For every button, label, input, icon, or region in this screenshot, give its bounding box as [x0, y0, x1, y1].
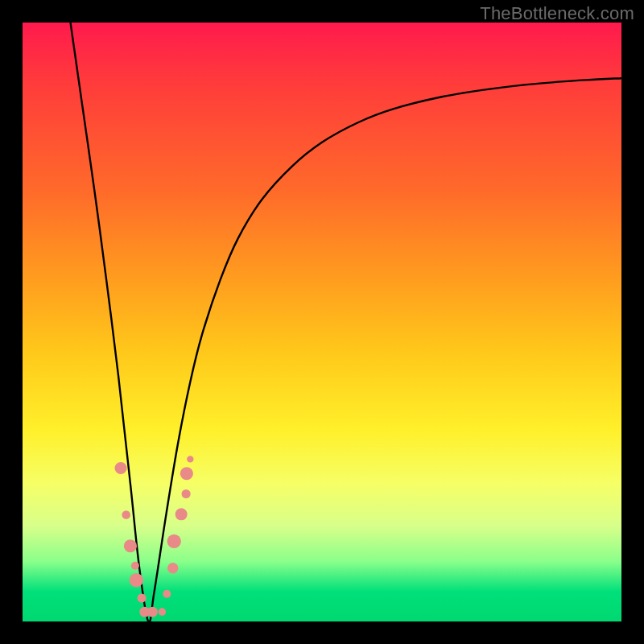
- marker-point: [163, 590, 171, 598]
- marker-point: [122, 510, 130, 519]
- marker-point: [187, 456, 193, 462]
- bottleneck-curve-path: [71, 23, 621, 621]
- marker-point: [137, 593, 146, 602]
- marker-point: [167, 563, 178, 573]
- marker-point: [130, 573, 143, 587]
- marker-point: [159, 608, 166, 615]
- marker-point: [167, 535, 181, 548]
- marker-point: [180, 467, 193, 480]
- marker-point: [175, 508, 188, 520]
- marker-point: [131, 562, 139, 570]
- chart-frame: TheBottleneck.com: [0, 0, 644, 644]
- marker-point: [182, 489, 191, 498]
- marker-point: [114, 462, 126, 474]
- marker-point: [124, 539, 137, 552]
- bottleneck-svg: [23, 23, 621, 621]
- watermark-text: TheBottleneck.com: [480, 3, 634, 24]
- plot-area: [23, 23, 621, 621]
- marker-point: [147, 607, 158, 617]
